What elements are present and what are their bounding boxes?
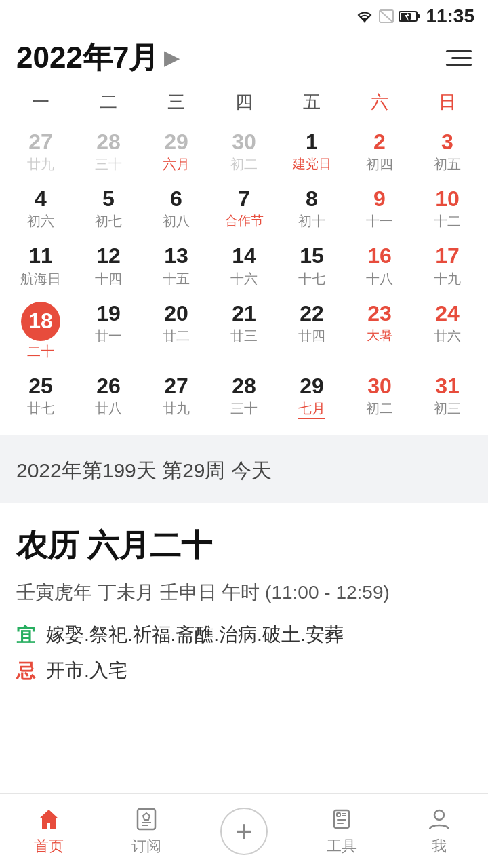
month-arrow: ▶ <box>164 47 179 69</box>
days-grid: 27廿九28三十29六月30初二1建党日2初四3初五4初六5初七6初八7合作节8… <box>7 123 481 426</box>
day-sub: 十五 <box>163 270 190 288</box>
sim-icon <box>378 9 394 24</box>
day-number: 11 <box>28 244 53 268</box>
day-cell[interactable]: 13十五 <box>142 237 210 294</box>
day-cell[interactable]: 3初五 <box>413 123 481 180</box>
day-number: 28 <box>232 374 256 398</box>
day-cell[interactable]: 29七月 <box>278 368 346 426</box>
day-number: 1 <box>306 130 318 154</box>
day-cell[interactable]: 8初十 <box>278 180 346 237</box>
day-number: 16 <box>367 244 392 268</box>
menu-button[interactable] <box>446 50 472 66</box>
day-number: 10 <box>435 187 460 211</box>
day-cell[interactable]: 14十六 <box>210 237 278 294</box>
ji-row: 忌 开市.入宅 <box>16 658 472 684</box>
nav-subscribe[interactable]: 订阅 <box>98 794 195 868</box>
day-sub: 廿四 <box>298 327 325 345</box>
yi-ji-section: 宜 嫁娶.祭祀.祈福.斋醮.治病.破土.安葬 忌 开市.入宅 <box>16 622 472 684</box>
day-sub: 初三 <box>434 399 461 418</box>
day-cell[interactable]: 12十四 <box>75 237 142 294</box>
day-sub: 廿八 <box>95 399 122 418</box>
nav-home[interactable]: 首页 <box>0 794 98 868</box>
day-cell[interactable]: 9十一 <box>346 180 413 237</box>
day-number: 24 <box>435 302 460 326</box>
day-cell[interactable]: 10十二 <box>413 180 481 237</box>
svg-rect-4 <box>417 14 420 18</box>
day-cell[interactable]: 28三十 <box>210 368 278 426</box>
day-sub: 廿一 <box>95 327 122 345</box>
day-cell[interactable]: 4初六 <box>7 180 75 237</box>
day-cell[interactable]: 16十八 <box>346 237 413 294</box>
nav-add-button[interactable]: + <box>195 808 293 855</box>
day-number: 2 <box>373 130 386 154</box>
day-cell[interactable]: 18二十 <box>7 295 75 368</box>
day-cell[interactable]: 26廿八 <box>75 368 142 426</box>
day-sub: 廿三 <box>230 327 258 345</box>
day-cell[interactable]: 30初二 <box>346 368 413 426</box>
calendar: 一 二 三 四 五 六 日 27廿九28三十29六月30初二1建党日2初四3初五… <box>0 85 488 426</box>
lunar-title: 农历 六月二十 <box>16 525 472 567</box>
info-day-text: 2022年第199天 第29周 今天 <box>16 454 472 487</box>
ji-badge: 忌 <box>16 658 35 684</box>
day-cell[interactable]: 25廿七 <box>7 368 75 426</box>
day-sub: 七月 <box>298 399 325 419</box>
day-sub: 初四 <box>366 155 393 174</box>
day-cell[interactable]: 29六月 <box>142 123 210 180</box>
day-sub: 廿二 <box>163 327 190 345</box>
nav-subscribe-label: 订阅 <box>131 836 161 856</box>
day-sub: 航海日 <box>20 270 61 288</box>
day-cell[interactable]: 6初八 <box>142 180 210 237</box>
wifi-icon <box>355 9 374 24</box>
day-cell[interactable]: 24廿六 <box>413 295 481 368</box>
day-number: 27 <box>28 130 53 154</box>
ji-content: 开市.入宅 <box>46 658 127 684</box>
day-sub: 三十 <box>230 399 258 418</box>
nav-tools[interactable]: 工具 <box>293 794 390 868</box>
day-number: 19 <box>96 302 121 326</box>
day-number: 27 <box>164 374 188 398</box>
day-cell[interactable]: 20廿二 <box>142 295 210 368</box>
day-cell[interactable]: 15十七 <box>278 237 346 294</box>
day-cell[interactable]: 27廿九 <box>142 368 210 426</box>
day-sub: 二十 <box>27 342 54 361</box>
day-cell[interactable]: 1建党日 <box>278 123 346 180</box>
day-cell[interactable]: 21廿三 <box>210 295 278 368</box>
nav-me[interactable]: 我 <box>390 794 488 868</box>
day-cell[interactable]: 22廿四 <box>278 295 346 368</box>
day-number: 7 <box>238 187 250 211</box>
day-cell[interactable]: 2初四 <box>346 123 413 180</box>
day-cell[interactable]: 11航海日 <box>7 237 75 294</box>
day-cell[interactable]: 17十九 <box>413 237 481 294</box>
yi-row: 宜 嫁娶.祭祀.祈福.斋醮.治病.破土.安葬 <box>16 622 472 648</box>
nav-me-label: 我 <box>432 836 447 856</box>
day-number: 30 <box>232 130 256 154</box>
day-cell[interactable]: 30初二 <box>210 123 278 180</box>
day-sub: 廿九 <box>27 155 54 174</box>
status-time: 11:35 <box>426 5 474 27</box>
day-cell[interactable]: 7合作节 <box>210 180 278 237</box>
day-number: 4 <box>35 187 47 211</box>
day-number: 23 <box>367 302 392 326</box>
day-cell[interactable]: 27廿九 <box>7 123 75 180</box>
day-cell[interactable]: 23大暑 <box>346 295 413 368</box>
day-cell[interactable]: 28三十 <box>75 123 142 180</box>
day-sub: 十八 <box>366 270 393 288</box>
nav-tools-label: 工具 <box>327 836 357 856</box>
day-sub: 十六 <box>230 270 258 288</box>
header-title[interactable]: 2022年7月 ▶ <box>16 38 179 78</box>
day-cell[interactable]: 19廿一 <box>75 295 142 368</box>
nav-home-label: 首页 <box>34 836 64 856</box>
day-cell[interactable]: 5初七 <box>75 180 142 237</box>
user-icon <box>426 806 452 832</box>
info-section: 2022年第199天 第29周 今天 <box>0 435 488 503</box>
svg-rect-10 <box>337 813 340 816</box>
day-sub: 六月 <box>163 155 190 174</box>
weekday-mon: 一 <box>7 85 75 119</box>
status-bar: 11:35 <box>0 0 488 30</box>
day-number: 28 <box>96 130 121 154</box>
day-cell[interactable]: 31初三 <box>413 368 481 426</box>
day-number: 22 <box>300 302 324 326</box>
weekday-fri: 五 <box>278 85 346 119</box>
svg-rect-13 <box>342 813 346 814</box>
day-sub: 十七 <box>298 270 325 288</box>
